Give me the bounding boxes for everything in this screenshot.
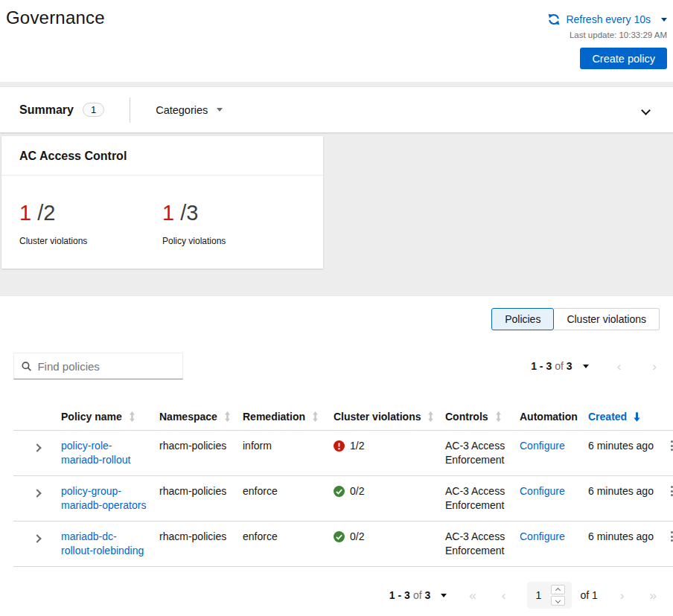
table-header-row: Policy name Namespace Remediation Cluste…: [13, 403, 673, 431]
sort-icon: [129, 411, 135, 422]
page-number-input-group: [527, 582, 572, 609]
policies-panel: Policies Cluster violations 1 - 3of3 ‹ ›: [0, 296, 673, 616]
header-actions: Refresh every 10s Last update: 10:33:29 …: [548, 7, 667, 82]
card-title: AC Access Control: [1, 136, 323, 176]
page-number-input[interactable]: [534, 589, 544, 601]
bottom-pagination: 1 - 3of3 « ‹ of 1 › »: [13, 577, 660, 616]
configure-automation-link[interactable]: Configure: [520, 485, 565, 497]
policy-name-link[interactable]: policy-role-mariadb-rollout: [61, 440, 130, 466]
cluster-violations-stat: 1 /2 Cluster violations: [19, 201, 162, 246]
last-update-text: Last update: 10:33:29 AM: [570, 31, 667, 39]
chevron-right-icon: [33, 534, 41, 542]
chevron-down-icon: [555, 597, 560, 603]
namespace-cell: rhacm-policies: [153, 431, 237, 476]
column-created[interactable]: Created: [582, 403, 657, 431]
caret-down-icon: [661, 18, 667, 22]
summary-collapse-toggle[interactable]: [638, 100, 654, 121]
violations-cell: 0/2: [334, 484, 433, 498]
caret-down-icon: [217, 108, 223, 112]
categories-dropdown[interactable]: Categories: [156, 104, 223, 116]
divider: [130, 97, 130, 123]
column-cluster-violations[interactable]: Cluster violations: [328, 403, 439, 431]
violations-cell: 0/2: [334, 530, 433, 544]
created-cell: 6 minutes ago: [582, 476, 657, 522]
page-decrement-button[interactable]: [551, 596, 565, 606]
caret-down-icon[interactable]: [441, 594, 447, 597]
page-title: Governance: [6, 7, 105, 82]
sort-icon: [224, 411, 231, 422]
summary-bar: Summary 1 Categories: [0, 87, 673, 132]
first-page-button[interactable]: «: [466, 589, 479, 602]
created-cell: 6 minutes ago: [582, 431, 657, 476]
sort-icon: [427, 411, 434, 422]
view-toggle-group: Policies Cluster violations: [491, 308, 660, 330]
remediation-cell: enforce: [237, 522, 328, 567]
expand-row-button[interactable]: [30, 439, 45, 456]
policies-table: Policy name Namespace Remediation Cluste…: [13, 403, 673, 567]
column-policy-name[interactable]: Policy name: [55, 403, 153, 431]
kebab-menu-button[interactable]: [666, 531, 673, 542]
column-namespace[interactable]: Namespace: [153, 403, 237, 431]
refresh-label: Refresh every 10s: [566, 13, 651, 25]
column-automation: Automation: [514, 403, 582, 431]
configure-automation-link[interactable]: Configure: [520, 440, 565, 452]
search-box: [13, 353, 183, 379]
stat-denominator: /2: [37, 201, 55, 225]
chevron-right-icon: [33, 443, 41, 452]
expand-column-header: [13, 403, 55, 431]
controls-cell: AC-3 Access Enforcement: [439, 476, 514, 522]
create-policy-button[interactable]: Create policy: [580, 48, 667, 69]
stat-label: Policy violations: [162, 236, 305, 246]
prev-page-button[interactable]: ‹: [614, 360, 625, 373]
created-cell: 6 minutes ago: [582, 522, 657, 567]
expand-row-button[interactable]: [30, 530, 45, 547]
chevron-down-icon: [641, 106, 651, 115]
next-page-button[interactable]: ›: [649, 360, 660, 373]
sort-icon: [495, 411, 502, 422]
controls-cell: AC-3 Access Enforcement: [439, 522, 514, 567]
column-remediation[interactable]: Remediation: [237, 403, 328, 431]
pagination-range[interactable]: 1 - 3of3: [531, 360, 572, 372]
summary-count-badge: 1: [83, 103, 104, 117]
chevron-up-icon: [555, 588, 560, 593]
search-input[interactable]: [37, 360, 175, 373]
kebab-icon: [671, 486, 673, 488]
check-circle-icon: [334, 486, 345, 497]
table-row: policy-role-mariadb-rollout rhacm-polici…: [13, 431, 673, 476]
violations-cell: 1/2: [334, 439, 433, 453]
next-page-button[interactable]: ›: [617, 589, 628, 602]
table-row: mariadb-dc-rollout-rolebinding rhacm-pol…: [13, 522, 673, 567]
configure-automation-link[interactable]: Configure: [520, 530, 565, 542]
namespace-cell: rhacm-policies: [153, 476, 237, 522]
policy-name-link[interactable]: mariadb-dc-rollout-rolebinding: [61, 530, 144, 556]
page-increment-button[interactable]: [551, 585, 565, 594]
view-toggle-row: Policies Cluster violations: [13, 308, 660, 330]
summary-title: Summary: [19, 103, 74, 117]
expand-row-button[interactable]: [30, 484, 45, 501]
policy-violations-stat: 1 /3 Policy violations: [162, 201, 305, 246]
category-card: AC Access Control 1 /2 Cluster violation…: [1, 136, 323, 269]
remediation-cell: enforce: [237, 476, 328, 522]
table-toolbar: 1 - 3of3 ‹ ›: [13, 353, 660, 379]
sort-desc-icon: [634, 412, 640, 422]
prev-page-button[interactable]: ‹: [499, 589, 509, 602]
check-circle-icon: [334, 531, 345, 542]
actions-column-header: [657, 403, 673, 431]
search-icon: [22, 361, 31, 372]
chevron-right-icon: [33, 489, 41, 497]
toggle-cluster-violations[interactable]: Cluster violations: [554, 308, 660, 330]
table-row: policy-group-mariadb-operators rhacm-pol…: [13, 476, 673, 522]
last-page-button[interactable]: »: [647, 589, 660, 602]
column-controls[interactable]: Controls: [439, 403, 514, 431]
kebab-menu-button[interactable]: [666, 486, 673, 496]
namespace-cell: rhacm-policies: [153, 522, 237, 567]
toggle-policies[interactable]: Policies: [491, 308, 554, 330]
categories-label: Categories: [156, 104, 208, 116]
policy-name-link[interactable]: policy-group-mariadb-operators: [61, 485, 146, 511]
kebab-menu-button[interactable]: [666, 440, 673, 451]
pagination-range[interactable]: 1 - 3of3: [389, 589, 431, 601]
caret-down-icon[interactable]: [583, 365, 589, 368]
sort-icon: [312, 411, 319, 422]
stat-value: 1: [19, 201, 31, 225]
refresh-dropdown[interactable]: Refresh every 10s: [548, 13, 667, 25]
